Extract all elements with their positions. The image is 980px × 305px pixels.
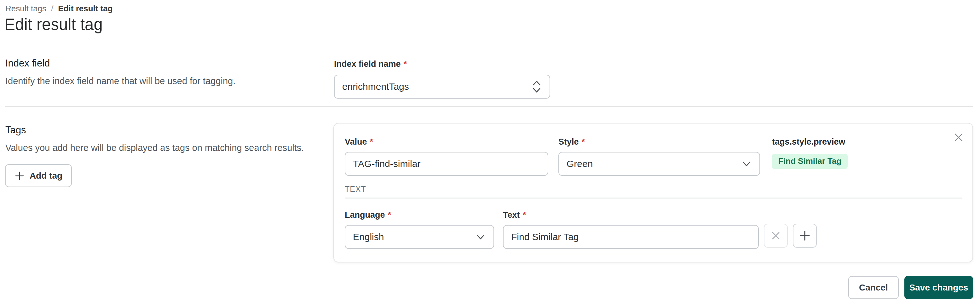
cancel-button[interactable]: Cancel <box>848 276 899 299</box>
remove-language-button[interactable] <box>764 224 788 248</box>
text-group-divider <box>345 197 963 199</box>
required-asterisk: * <box>370 137 374 147</box>
save-changes-button[interactable]: Save changes <box>904 276 973 299</box>
breadcrumb-separator: / <box>51 4 53 14</box>
tag-language-select[interactable]: English <box>345 225 494 249</box>
tag-text-label: Text * <box>503 210 759 220</box>
index-field-description: Identify the index field name that will … <box>5 76 320 86</box>
tag-language-label: Language * <box>345 210 494 220</box>
breadcrumb-current-page: Edit result tag <box>58 4 113 14</box>
tags-section-intro: Tags Values you add here will be display… <box>5 124 320 153</box>
index-field-name-group: Index field name * enrichmentTags <box>334 59 550 98</box>
tag-value-label: Value * <box>345 137 548 147</box>
tags-heading: Tags <box>5 124 320 136</box>
tag-style-preview-label: tags.style.preview <box>772 137 848 147</box>
tag-style-select[interactable]: Green <box>558 152 760 176</box>
tag-value-input[interactable] <box>353 159 540 169</box>
tag-style-value: Green <box>566 159 593 169</box>
index-field-heading: Index field <box>5 58 320 69</box>
tag-language-group: Language * English <box>345 210 494 249</box>
add-tag-label: Add tag <box>30 171 62 181</box>
text-group-heading: TEXT <box>345 185 963 194</box>
required-asterisk: * <box>388 210 391 220</box>
index-field-name-label: Index field name * <box>334 59 550 69</box>
remove-tag-button[interactable] <box>951 130 966 145</box>
footer-actions: Cancel Save changes <box>848 276 973 299</box>
page-title: Edit result tag <box>5 15 103 34</box>
tag-style-preview-block: tags.style.preview Find Similar Tag <box>772 137 848 169</box>
tag-value-input-wrap <box>345 152 548 176</box>
plus-icon <box>799 229 811 242</box>
required-asterisk: * <box>582 137 585 147</box>
add-tag-button[interactable]: Add tag <box>5 164 72 187</box>
tag-text-group: Text * <box>503 210 759 249</box>
tag-value-group: Value * <box>345 137 548 176</box>
close-icon <box>770 230 781 241</box>
tags-description: Values you add here will be displayed as… <box>5 143 320 153</box>
index-field-name-combobox[interactable]: enrichmentTags <box>334 75 550 98</box>
tag-text-input[interactable] <box>511 232 751 242</box>
tag-style-preview-chip: Find Similar Tag <box>772 154 848 169</box>
required-asterisk: * <box>404 59 407 69</box>
chevron-down-icon <box>741 160 752 167</box>
index-field-name-value: enrichmentTags <box>342 81 409 92</box>
close-icon <box>953 131 964 143</box>
tag-card: Value * Style * Green tags.style.preview… <box>333 123 973 262</box>
section-divider <box>5 106 973 107</box>
tag-style-group: Style * Green <box>558 137 760 176</box>
unfold-arrows-icon <box>531 79 542 94</box>
required-asterisk: * <box>523 210 526 220</box>
tag-text-input-wrap <box>503 225 759 249</box>
breadcrumb: Result tags / Edit result tag <box>5 4 113 14</box>
chevron-down-icon <box>475 234 486 240</box>
breadcrumb-result-tags[interactable]: Result tags <box>5 4 46 14</box>
tag-language-value: English <box>353 232 384 242</box>
add-language-button[interactable] <box>793 224 817 248</box>
plus-icon <box>14 171 25 181</box>
tag-style-label: Style * <box>558 137 760 147</box>
index-field-section-intro: Index field Identify the index field nam… <box>5 58 320 86</box>
